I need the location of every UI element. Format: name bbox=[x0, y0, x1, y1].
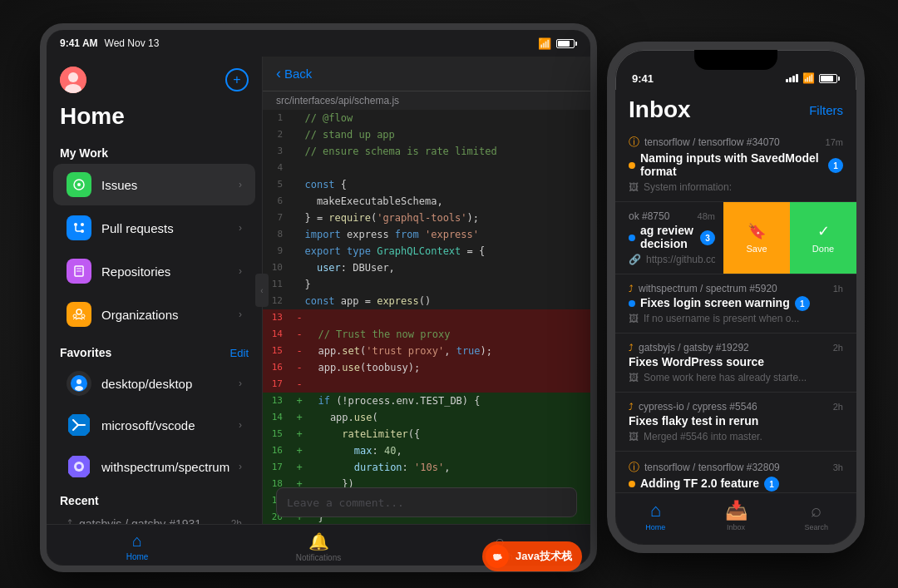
desktop-chevron: › bbox=[239, 378, 242, 389]
done-swipe-button[interactable]: ✓ Done bbox=[790, 202, 856, 274]
spectrum-chevron: › bbox=[239, 461, 242, 472]
inbox-preview: 🖼 Merged #5546 into master. bbox=[629, 431, 843, 442]
sidebar-item-issues[interactable]: Issues › bbox=[53, 164, 255, 205]
inbox-header: Inbox Filters bbox=[615, 90, 856, 126]
fork-icon: ⤴ bbox=[629, 402, 634, 412]
inbox-preview: 🖼 Some work here has already starte... bbox=[629, 372, 843, 383]
inbox-badge: 1 bbox=[828, 158, 843, 173]
svg-point-5 bbox=[74, 223, 77, 226]
info-icon: ⓘ bbox=[629, 135, 639, 150]
done-label: Done bbox=[812, 244, 834, 254]
ipad-date: Wed Nov 13 bbox=[105, 37, 160, 49]
recent-gatsby[interactable]: ⤴ gatsbyjs / gatsby #1931 2h bbox=[47, 511, 262, 524]
comment-input[interactable]: Leave a comment... bbox=[276, 487, 577, 517]
favorite-vscode[interactable]: microsoft/vscode › bbox=[53, 405, 255, 445]
iphone-tab-home[interactable]: ⌂ Home bbox=[615, 500, 696, 531]
inbox-preview: 🔗 https://github.co... bbox=[629, 254, 715, 265]
inbox-item-title: Naming inputs with SavedModel format bbox=[640, 151, 823, 178]
inbox-item-title: Adding TF 2.0 feature bbox=[640, 477, 759, 490]
signal-icon bbox=[786, 74, 798, 82]
svg-point-6 bbox=[81, 230, 84, 233]
back-label: Back bbox=[284, 67, 312, 81]
repositories-icon bbox=[67, 259, 91, 284]
iphone-tab-inbox[interactable]: 📥 Inbox bbox=[696, 500, 777, 531]
favorite-spectrum[interactable]: withspectrum/spectrum › bbox=[53, 447, 255, 487]
file-path: src/interfaces/api/schema.js bbox=[263, 91, 590, 110]
inbox-item-tensorflow-34070[interactable]: ⓘ tensorflow / tensorflow #34070 17m Nam… bbox=[615, 126, 856, 202]
watermark-text: Java技术栈 bbox=[516, 549, 572, 564]
inbox-item-spectrum-5920[interactable]: ⤴ withspectrum / spectrum #5920 1h Fixes… bbox=[615, 274, 856, 334]
code-header: ‹ Back bbox=[263, 57, 590, 91]
sidebar-item-organizations[interactable]: Organizations › bbox=[53, 294, 255, 335]
preview-icon: 🖼 bbox=[629, 431, 639, 442]
ipad-content: + Home My Work Issues › bbox=[47, 57, 590, 524]
watermark: Java技术栈 bbox=[482, 541, 582, 571]
home-tab-label: Home bbox=[126, 552, 149, 561]
sidebar-header: + bbox=[47, 57, 262, 100]
vscode-repo-icon bbox=[67, 413, 91, 437]
iphone-time: 9:41 bbox=[632, 72, 654, 85]
recent-repo-icon: ⤴ bbox=[67, 517, 72, 524]
inbox-item-tensorflow-32809[interactable]: ⓘ tensorflow / tensorflow #32809 3h Addi… bbox=[615, 452, 856, 492]
back-chevron-icon: ‹ bbox=[276, 65, 281, 82]
battery-icon bbox=[556, 39, 577, 48]
svg-point-22 bbox=[76, 464, 81, 469]
desktop-repo-icon bbox=[67, 371, 91, 396]
sidebar-item-repositories[interactable]: Repositories › bbox=[53, 250, 255, 292]
filters-button[interactable]: Filters bbox=[809, 103, 843, 117]
inbox-time: 17m bbox=[826, 137, 843, 147]
unread-dot bbox=[629, 235, 635, 241]
sidebar-collapse-handle[interactable]: ‹ bbox=[255, 274, 269, 307]
edit-button[interactable]: Edit bbox=[230, 347, 249, 359]
organizations-chevron: › bbox=[239, 309, 242, 320]
inbox-repo: ⤴ gatsbyjs / gatsby #19292 bbox=[629, 342, 749, 353]
inbox-badge: 3 bbox=[700, 230, 715, 245]
notifications-tab-label: Notifications bbox=[296, 553, 341, 562]
svg-point-18 bbox=[75, 386, 83, 391]
inbox-item-gatsby-19292[interactable]: ⤴ gatsbyjs / gatsby #19292 2h Fixes Word… bbox=[615, 334, 856, 393]
favorite-desktop[interactable]: desktop/desktop › bbox=[53, 363, 255, 403]
wifi-iphone-icon: 📶 bbox=[802, 72, 815, 84]
fork-icon: ⤴ bbox=[629, 284, 634, 294]
code-line: 5 const { bbox=[263, 176, 590, 193]
issues-label: Issues bbox=[101, 178, 239, 192]
repositories-label: Repositories bbox=[101, 264, 239, 279]
save-swipe-button[interactable]: 🔖 Save bbox=[723, 202, 790, 274]
ipad-status-icons: 📶 bbox=[538, 37, 577, 50]
recent-time: 2h bbox=[231, 518, 242, 524]
check-icon: ✓ bbox=[817, 222, 830, 240]
iphone-inbox-label: Inbox bbox=[727, 523, 745, 531]
wifi-icon: 📶 bbox=[538, 37, 551, 50]
unread-dot bbox=[629, 481, 635, 487]
favorites-section-header: Favorites Edit bbox=[47, 336, 262, 363]
organizations-label: Organizations bbox=[101, 308, 239, 322]
code-line-added: 13 + if (!process.env.TEST_DB) { bbox=[263, 393, 590, 409]
inbox-item-cypress-5546[interactable]: ⤴ cypress-io / cypress #5546 2h Fixes fl… bbox=[615, 393, 856, 452]
code-line: 10 user: DBUser, bbox=[263, 259, 590, 276]
vscode-chevron: › bbox=[239, 419, 242, 431]
add-button[interactable]: + bbox=[225, 68, 249, 91]
iphone-search-label: Search bbox=[804, 523, 828, 531]
code-line-deleted: 16 - app.use(toobusy); bbox=[263, 359, 590, 376]
favorites-label: Favorites bbox=[60, 346, 111, 359]
sidebar-item-pull-requests[interactable]: Pull requests › bbox=[53, 207, 255, 249]
inbox-item-title: ag review decision bbox=[640, 224, 695, 250]
iphone-home-label: Home bbox=[645, 523, 665, 531]
pull-requests-label: Pull requests bbox=[101, 221, 239, 235]
inbox-item-8750[interactable]: ok #8750 48m ag review decision 3 🔗 http… bbox=[615, 202, 856, 274]
ipad-device: 9:41 AM Wed Nov 13 📶 bbox=[40, 23, 597, 572]
ipad-status-bar: 9:41 AM Wed Nov 13 📶 bbox=[47, 30, 590, 57]
inbox-badge: 1 bbox=[795, 296, 810, 311]
code-line: 9 export type GraphQLContext = { bbox=[263, 243, 590, 259]
tab-notifications[interactable]: 🔔 Notifications bbox=[228, 531, 409, 562]
code-editor[interactable]: 1 // @flow 2 // stand up app 3 // ensure… bbox=[263, 110, 590, 524]
iphone-device: 9:41 📶 Inbox Filters bbox=[607, 42, 865, 553]
home-icon: ⌂ bbox=[132, 531, 142, 551]
tab-home[interactable]: ⌂ Home bbox=[47, 531, 228, 562]
repositories-chevron: › bbox=[239, 265, 242, 277]
inbox-repo: ⓘ tensorflow / tensorflow #32809 bbox=[629, 460, 780, 475]
iphone-tab-search[interactable]: ⌕ Search bbox=[776, 500, 856, 531]
notifications-icon: 🔔 bbox=[308, 531, 329, 551]
back-button[interactable]: ‹ Back bbox=[276, 65, 312, 82]
code-line-added: 16 + max: 40, bbox=[263, 442, 590, 459]
